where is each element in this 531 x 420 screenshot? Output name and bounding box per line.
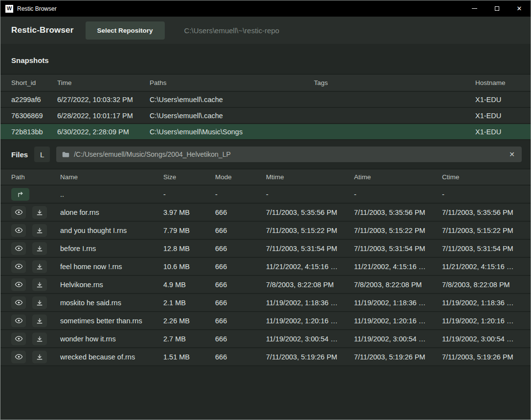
files-section-title: Files [11,150,28,159]
eye-icon [15,244,23,252]
file-name: Helvikone.rns [60,281,163,289]
repository-path: C:\Users\emuell\~\restic-repo [184,26,280,35]
snapshot-hostname: X1-EDU [475,128,520,136]
file-actions [11,224,60,237]
app-title: Restic-Browser [11,25,74,35]
download-icon [36,263,43,270]
file-mode: 666 [215,227,266,234]
file-mode: 666 [215,281,266,289]
preview-button[interactable] [11,206,26,219]
file-ctime: 11/19/2002, 1:18:36 … [442,299,520,307]
file-name: moskito he said.rns [60,299,163,307]
file-ctime: 7/11/2003, 5:31:54 PM [442,245,520,252]
file-actions [11,242,60,255]
download-button[interactable] [32,278,47,291]
file-mode: 666 [215,209,266,216]
download-icon [36,336,43,342]
select-repository-button[interactable]: Select Repository [86,21,165,40]
file-row: Helvikone.rns 4.9 MB 666 7/8/2003, 8:22:… [0,276,531,294]
file-ctime: - [442,190,520,198]
download-button[interactable] [32,333,47,345]
snapshot-paths: C:\Users\emuell\Music\Songs [150,128,314,136]
clear-path-icon: ✕ [509,150,515,158]
snapshot-hostname: X1-EDU [475,112,520,120]
download-button[interactable] [32,206,47,219]
file-mode: 666 [215,335,266,343]
file-actions [11,315,60,327]
file-mtime: 7/8/2003, 8:22:08 PM [266,281,354,289]
file-atime: - [354,190,442,198]
file-mode: 666 [215,245,266,252]
eye-icon [15,262,23,271]
download-button[interactable] [32,296,47,309]
snapshot-row[interactable]: a2299af6 6/27/2022, 10:03:32 PM C:\Users… [0,92,531,108]
download-icon [36,317,43,324]
eye-icon [15,316,23,325]
go-up-button[interactable] [11,188,29,201]
download-icon [36,227,43,234]
snapshot-short-id: a2299af6 [11,96,57,104]
file-mode: 666 [215,299,266,307]
close-button[interactable]: ✕ [508,0,531,17]
files-col-name: Name [60,173,163,181]
maximize-button[interactable] [486,0,508,17]
file-actions [11,333,60,345]
snapshot-paths: C:\Users\emuell\.cache [150,112,314,120]
app-logo-icon: W [5,5,13,13]
eye-icon [15,226,23,234]
files-col-mtime: Mtime [266,173,354,181]
preview-button[interactable] [11,333,26,345]
file-mtime: 11/21/2002, 4:15:16 … [266,263,354,271]
snapshots-col-tags: Tags [314,79,475,86]
snapshot-row-selected[interactable]: 72b813bb 6/30/2022, 2:28:09 PM C:\Users\… [0,124,531,140]
preview-button[interactable] [11,224,26,237]
file-mtime: - [266,190,354,198]
file-mode: 666 [215,263,266,271]
preview-button[interactable] [11,315,26,327]
preview-button[interactable] [11,296,26,309]
window-controls: ✕ [463,0,531,17]
preview-button[interactable] [11,278,26,291]
minimize-button[interactable] [463,0,486,17]
parent-dir-row: .. - - - - - [0,186,531,204]
close-icon: ✕ [517,5,522,12]
snapshot-row[interactable]: 76306869 6/28/2022, 10:01:17 PM C:\Users… [0,108,531,124]
app-header: Restic-Browser Select Repository C:\User… [0,17,531,44]
download-icon [36,354,43,360]
download-button[interactable] [32,315,47,327]
file-mtime: 7/11/2003, 5:31:54 PM [266,245,354,252]
file-atime: 7/11/2003, 5:35:56 PM [354,209,442,216]
file-mode: 666 [215,317,266,325]
eye-icon [15,280,23,289]
current-path-bar[interactable]: /C:/Users/emuell/Music/Songs/2004_Helvet… [56,147,522,162]
file-name[interactable]: .. [60,190,163,198]
eye-icon [15,353,23,361]
current-path-text: /C:/Users/emuell/Music/Songs/2004_Helvet… [74,150,504,158]
file-atime: 11/21/2002, 4:15:16 … [354,263,442,271]
preview-button[interactable] [11,260,26,273]
snapshot-hostname: X1-EDU [475,96,520,104]
file-size: 1.51 MB [163,353,215,361]
files-col-path: Path [11,173,60,181]
file-mtime: 7/11/2003, 5:15:22 PM [266,227,354,234]
file-size: 3.97 MB [163,209,215,216]
file-actions [11,206,60,219]
minimize-icon [472,8,477,9]
file-name: and you thought I.rns [60,227,163,234]
snapshots-col-time: Time [57,79,150,86]
eye-icon [15,335,23,343]
preview-button[interactable] [11,351,26,363]
path-format-icon: L [40,150,44,159]
download-button[interactable] [32,224,47,237]
download-button[interactable] [32,260,47,273]
download-button[interactable] [32,242,47,255]
download-button[interactable] [32,351,47,363]
snapshot-time: 6/28/2022, 10:01:17 PM [57,112,150,120]
clear-path-button[interactable]: ✕ [508,150,516,158]
download-icon [36,209,43,216]
file-mtime: 11/19/2002, 1:20:16 … [266,317,354,325]
preview-button[interactable] [11,242,26,255]
file-row: and you thought I.rns 7.79 MB 666 7/11/2… [0,222,531,240]
path-format-toggle-button[interactable]: L [34,147,50,162]
file-size: - [163,190,215,198]
